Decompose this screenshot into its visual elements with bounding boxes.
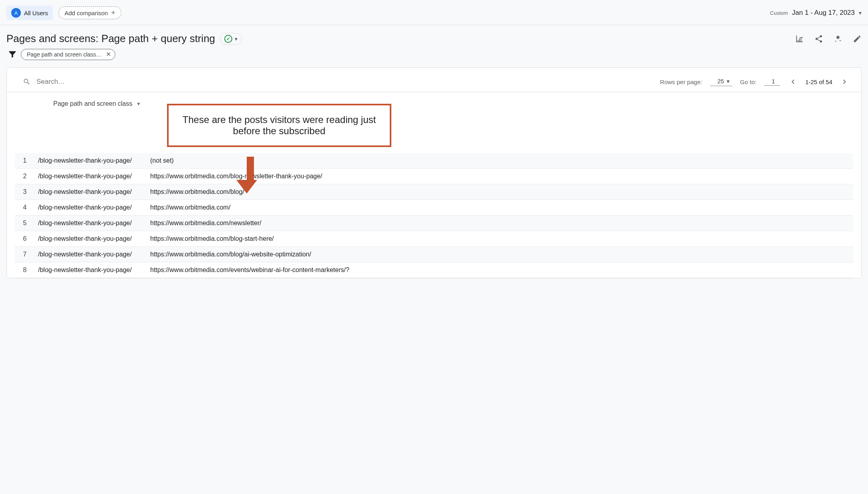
page-path-cell: /blog-newsletter-thank-you-page/	[35, 262, 147, 278]
dimension-header-text: Page path and screen class	[53, 100, 132, 107]
table-row[interactable]: 1/blog-newsletter-thank-you-page/(not se…	[15, 153, 853, 169]
table-row[interactable]: 2/blog-newsletter-thank-you-page/https:/…	[15, 169, 853, 184]
filter-icon[interactable]	[8, 50, 17, 60]
referrer-cell: https://www.orbitmedia.com/	[147, 200, 853, 216]
rows-per-page-label: Rows per page:	[660, 79, 702, 85]
audience-badge: A	[11, 8, 21, 18]
title-row: Pages and screens: Page path + query str…	[0, 25, 868, 49]
rows-per-page-value: 25	[717, 78, 724, 85]
chevron-down-icon: ▾	[235, 36, 238, 42]
table-row[interactable]: 3/blog-newsletter-thank-you-page/https:/…	[15, 184, 853, 200]
row-number: 6	[15, 231, 35, 247]
pager: Rows per page: 25 ▾ Go to: 1 1-25 of 54	[660, 77, 849, 86]
share-icon[interactable]	[814, 34, 823, 43]
page-range-text: 1-25 of 54	[805, 79, 832, 85]
page-path-cell: /blog-newsletter-thank-you-page/	[35, 216, 147, 231]
plus-icon: +	[111, 9, 115, 16]
table-controls: Rows per page: 25 ▾ Go to: 1 1-25 of 54	[7, 76, 861, 92]
search-area	[23, 78, 660, 86]
row-number: 8	[15, 262, 35, 278]
date-range-text: Jan 1 - Aug 17, 2023	[792, 9, 855, 17]
referrer-cell: https://www.orbitmedia.com/events/webina…	[147, 262, 853, 278]
referrer-cell: https://www.orbitmedia.com/blog-start-he…	[147, 231, 853, 247]
chevron-down-icon: ▼	[136, 101, 141, 106]
check-circle-icon: ✓	[224, 35, 232, 43]
table-row[interactable]: 7/blog-newsletter-thank-you-page/https:/…	[15, 247, 853, 262]
audience-label: All Users	[24, 10, 48, 16]
page-path-cell: /blog-newsletter-thank-you-page/	[35, 231, 147, 247]
date-range-type: Custom	[770, 10, 788, 16]
referrer-cell: https://www.orbitmedia.com/blog/ai-websi…	[147, 247, 853, 262]
annotation-callout: These are the posts visitors were readin…	[167, 104, 391, 147]
filter-chip-text: Page path and screen class…	[27, 51, 102, 58]
table-row[interactable]: 4/blog-newsletter-thank-you-page/https:/…	[15, 200, 853, 216]
table-row[interactable]: 8/blog-newsletter-thank-you-page/https:/…	[15, 262, 853, 278]
annotation-arrow-icon	[243, 157, 257, 194]
table-row[interactable]: 5/blog-newsletter-thank-you-page/https:/…	[15, 216, 853, 231]
report-card: Rows per page: 25 ▾ Go to: 1 1-25 of 54 …	[6, 67, 862, 278]
row-number: 7	[15, 247, 35, 262]
page-path-cell: /blog-newsletter-thank-you-page/	[35, 169, 147, 184]
add-comparison-button[interactable]: Add comparison +	[58, 6, 121, 19]
rows-per-page-select[interactable]: 25 ▾	[710, 78, 732, 86]
row-number: 2	[15, 169, 35, 184]
row-number: 4	[15, 200, 35, 216]
page-path-cell: /blog-newsletter-thank-you-page/	[35, 247, 147, 262]
status-pill[interactable]: ✓ ▾	[220, 33, 242, 45]
customize-report-icon[interactable]	[795, 34, 804, 43]
audience-chip[interactable]: A All Users	[6, 6, 53, 20]
title-left: Pages and screens: Page path + query str…	[6, 32, 242, 45]
next-page-button[interactable]	[840, 77, 849, 86]
close-icon[interactable]: ✕	[106, 51, 111, 58]
table-row[interactable]: 6/blog-newsletter-thank-you-page/https:/…	[15, 231, 853, 247]
data-table: 1/blog-newsletter-thank-you-page/(not se…	[15, 153, 853, 278]
top-bar-left: A All Users Add comparison +	[6, 6, 121, 20]
goto-input[interactable]: 1	[764, 78, 780, 86]
row-number: 5	[15, 216, 35, 231]
edit-icon[interactable]	[853, 34, 862, 43]
search-input[interactable]	[36, 78, 125, 86]
insights-icon[interactable]	[834, 34, 842, 43]
goto-label: Go to:	[740, 79, 757, 85]
referrer-cell: https://www.orbitmedia.com/newsletter/	[147, 216, 853, 231]
add-comparison-label: Add comparison	[64, 10, 108, 16]
annotation-text: These are the posts visitors were readin…	[183, 114, 376, 136]
chevron-down-icon: ▾	[727, 78, 730, 85]
chevron-down-icon: ▾	[859, 10, 862, 16]
prev-page-button[interactable]	[788, 77, 797, 86]
goto-value: 1	[771, 78, 775, 85]
filter-chip[interactable]: Page path and screen class… ✕	[21, 49, 115, 60]
filter-row: Page path and screen class… ✕	[0, 49, 868, 67]
row-number: 1	[15, 153, 35, 169]
page-path-cell: /blog-newsletter-thank-you-page/	[35, 184, 147, 200]
date-range-picker[interactable]: Custom Jan 1 - Aug 17, 2023 ▾	[770, 9, 862, 17]
page-path-cell: /blog-newsletter-thank-you-page/	[35, 200, 147, 216]
dimension-header[interactable]: Page path and screen class ▼	[7, 92, 861, 113]
top-bar: A All Users Add comparison + Custom Jan …	[0, 0, 868, 25]
search-icon[interactable]	[23, 78, 31, 86]
row-number: 3	[15, 184, 35, 200]
page-path-cell: /blog-newsletter-thank-you-page/	[35, 153, 147, 169]
page-title: Pages and screens: Page path + query str…	[6, 32, 215, 45]
action-icons	[795, 34, 862, 43]
